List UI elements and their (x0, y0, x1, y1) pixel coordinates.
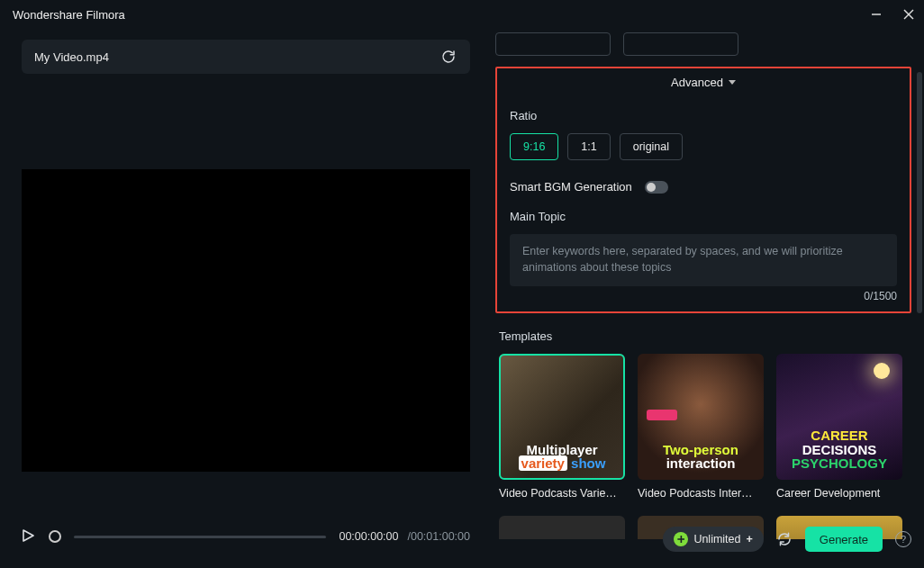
titlebar: Wondershare Filmora (0, 0, 924, 29)
generate-button[interactable]: Generate (805, 527, 883, 552)
time-current: 00:00:00:00 (339, 530, 398, 543)
template-title: Video Podcasts Varie… (499, 487, 625, 500)
close-icon[interactable] (902, 8, 915, 21)
plus-icon: + (746, 533, 752, 545)
ratio-original[interactable]: original (620, 133, 683, 160)
left-panel: My Video.mp4 00:00:00:00 /00:01:00:00 (0, 32, 477, 568)
main-topic-input[interactable]: Enter keywords here, separated by spaces… (510, 234, 897, 286)
char-counter: 0/1500 (510, 290, 897, 302)
template-thumb: Two-personinteraction (638, 354, 764, 480)
svg-marker-3 (23, 530, 33, 541)
plus-badge-icon (674, 532, 688, 546)
template-thumb: Multiplayervariety show (499, 354, 625, 480)
window-controls (870, 8, 915, 21)
minimize-icon[interactable] (870, 8, 883, 21)
unlimited-chip[interactable]: Unlimited + (663, 527, 763, 552)
category-chip[interactable] (495, 32, 611, 56)
template-title: Video Podcasts Inter… (638, 487, 764, 500)
template-thumb: CAREER DECISIONSPSYCHOLOGY (776, 354, 902, 480)
template-card[interactable]: Multiplayervariety show Video Podcasts V… (499, 354, 625, 500)
bottom-bar: Unlimited + Generate ? (663, 527, 911, 552)
app-title: Wondershare Filmora (9, 8, 125, 22)
advanced-panel: Advanced Ratio 9:16 1:1 original Smart B… (495, 67, 911, 313)
file-bar: My Video.mp4 (22, 40, 470, 74)
template-thumb[interactable] (499, 516, 625, 539)
templates-label: Templates (499, 329, 911, 343)
template-title: Career Development (776, 487, 902, 500)
ratio-9-16[interactable]: 9:16 (510, 133, 558, 160)
template-card[interactable]: CAREER DECISIONSPSYCHOLOGY Career Develo… (776, 354, 902, 500)
seek-track[interactable] (74, 536, 326, 538)
template-card[interactable]: Two-personinteraction Video Podcasts Int… (638, 354, 764, 500)
playhead-handle[interactable] (49, 530, 61, 543)
scrollbar[interactable] (917, 72, 922, 313)
ratio-buttons: 9:16 1:1 original (510, 133, 897, 160)
ratio-label: Ratio (510, 109, 897, 122)
bgm-label: Smart BGM Generation (510, 180, 632, 194)
sync-icon[interactable] (776, 531, 793, 547)
play-icon[interactable] (22, 529, 36, 544)
time-duration: /00:01:00:00 (407, 530, 470, 543)
ratio-1-1[interactable]: 1:1 (567, 133, 610, 160)
help-icon[interactable]: ? (895, 531, 911, 547)
time-display: 00:00:00:00 /00:01:00:00 (339, 530, 470, 543)
chevron-down-icon (729, 80, 736, 85)
main-topic-label: Main Topic (510, 210, 897, 223)
bgm-toggle[interactable] (645, 181, 668, 194)
right-panel: Advanced Ratio 9:16 1:1 original Smart B… (477, 32, 924, 568)
advanced-label: Advanced (671, 76, 723, 89)
video-preview (22, 169, 470, 472)
category-row (495, 32, 911, 59)
unlimited-label: Unlimited (693, 533, 740, 545)
player-bar: 00:00:00:00 /00:01:00:00 (22, 521, 470, 552)
templates-row: Multiplayervariety show Video Podcasts V… (499, 354, 911, 500)
file-name: My Video.mp4 (34, 50, 109, 64)
refresh-icon[interactable] (439, 48, 457, 66)
advanced-toggle[interactable]: Advanced (510, 74, 897, 89)
category-chip[interactable] (623, 32, 738, 56)
